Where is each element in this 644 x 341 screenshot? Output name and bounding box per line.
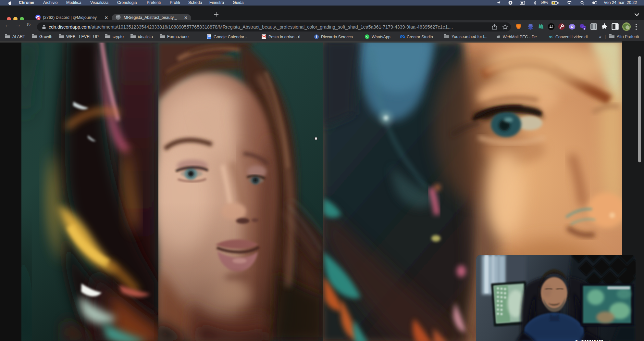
svg-text:A TIRING: A TIRING	[573, 338, 603, 341]
svg-text:2k: 2k	[38, 18, 40, 20]
svg-text:5: 5	[584, 28, 585, 30]
svg-text:✦: ✦	[607, 339, 613, 341]
